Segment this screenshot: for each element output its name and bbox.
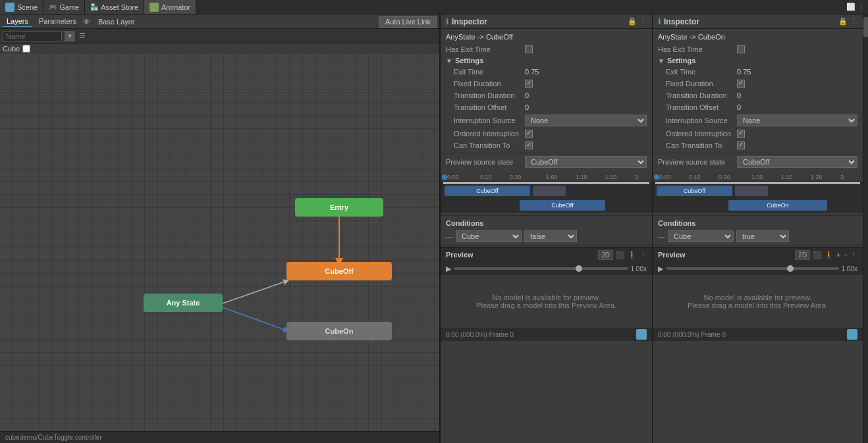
lock-icon-right[interactable]: 🔒 — [838, 17, 848, 26]
node-cubeoff[interactable]: CubeOff — [286, 262, 392, 280]
track-cubeoff1-right: CubeOff — [657, 186, 732, 196]
ruler-100-left: 1:00 — [546, 174, 558, 180]
lock-icon-left[interactable]: 🔒 — [628, 17, 637, 26]
preview-menu-right[interactable]: ⋮ — [850, 251, 857, 259]
menu-icon2[interactable]: ☰ — [79, 32, 86, 40]
name-input[interactable] — [3, 31, 62, 41]
track-cubeoff1-left: CubeOff — [445, 186, 530, 196]
menu-icon-left[interactable]: ⋮ — [639, 17, 647, 26]
main-content: Layers Parameters 👁 Base Layer Auto Live… — [0, 14, 868, 443]
node-entry[interactable]: Entry — [295, 198, 383, 217]
preview-minus-right[interactable]: − — [844, 251, 848, 259]
node-anystate[interactable]: Any State — [144, 294, 223, 312]
inspector-header-right: ℹ Inspector 🔒 ⋮ — [653, 14, 863, 29]
condition-remove-right[interactable]: — — [658, 232, 665, 240]
settings-arrow-left[interactable]: ▼ — [446, 57, 452, 65]
preview-slider-thumb-left — [576, 265, 582, 272]
has-exit-time-checkbox-left[interactable] — [525, 45, 533, 53]
preview-icon1-left[interactable]: ⬛ — [616, 251, 625, 259]
ruler-120-left: 1:20 — [605, 174, 617, 180]
scrollbar-right[interactable] — [863, 14, 868, 443]
preview-controls-left: 2D ⬛ 🚶 ⋮ — [598, 250, 647, 260]
tab-controls: ⬜ ⋮ — [844, 0, 868, 14]
ordered-interruption-checkbox-left[interactable] — [525, 130, 533, 138]
settings-arrow-right[interactable]: ▼ — [658, 57, 665, 65]
conditions-header-left: Conditions — [441, 217, 652, 229]
ruler-110-left: 1:10 — [576, 174, 587, 180]
transition-offset-value-left: 0 — [525, 103, 647, 111]
condition-remove-left[interactable]: — — [446, 232, 453, 240]
animator-toolbar: Layers Parameters 👁 Base Layer Auto Live… — [0, 14, 439, 29]
preview-plus-right[interactable]: + — [836, 251, 840, 259]
tab-game[interactable]: 🎮 Game — [43, 0, 85, 14]
status-bar: cubedemo/CubeToggle.controller — [0, 431, 439, 443]
preview-2d-left[interactable]: 2D — [598, 250, 613, 260]
animator-canvas[interactable]: Entry CubeOff CubeOn Any State — [0, 54, 439, 431]
play-button-right[interactable]: ▶ — [658, 265, 663, 273]
layers-tab[interactable]: Layers — [3, 16, 32, 27]
menu-icon-right[interactable]: ⋮ — [850, 17, 857, 26]
inspector-content-left: AnyState -> CubeOff Has Exit Time ▼ Sett… — [441, 29, 652, 443]
cube-checkbox[interactable] — [22, 45, 30, 53]
has-exit-time-checkbox-right[interactable] — [737, 45, 745, 53]
transition-offset-row-left: Transition Offset 0 — [441, 101, 652, 113]
timeline-tracks-right: CubeOff CubeOn — [653, 184, 863, 213]
preview-menu-left[interactable]: ⋮ — [639, 251, 647, 259]
add-layer-button[interactable]: + — [65, 31, 75, 41]
inspector-header-left: ℹ Inspector 🔒 ⋮ — [441, 14, 652, 29]
exit-time-value-left: 0.75 — [525, 68, 647, 76]
parameters-tab[interactable]: Parameters — [35, 16, 80, 27]
node-cubeon[interactable]: CubeOn — [286, 322, 392, 340]
source-state-dropdown-right[interactable]: CubeOff — [737, 156, 857, 168]
ruler-200-right: 2: — [840, 174, 846, 180]
interruption-source-dropdown-left[interactable]: None — [525, 115, 647, 126]
preview-icon1-right[interactable]: ⬛ — [813, 251, 822, 259]
ruler-100-right: 1:00 — [751, 174, 763, 180]
eye-icon[interactable]: 👁 — [83, 18, 90, 26]
condition-param-dropdown-left[interactable]: Cube — [456, 230, 522, 242]
fixed-duration-checkbox-left[interactable] — [525, 80, 533, 88]
source-state-dropdown-left[interactable]: CubeOff — [525, 156, 647, 168]
can-transition-checkbox-left[interactable] — [525, 142, 533, 149]
transition-title-left: AnyState -> CubeOff — [441, 32, 652, 43]
tab-asset[interactable]: 🏪 Asset Store — [85, 0, 144, 14]
interruption-source-dropdown-right[interactable]: None — [737, 115, 857, 126]
cube-item: Cube — [0, 43, 439, 54]
tab-scene[interactable]: Scene — [0, 0, 43, 14]
exit-time-row-right: Exit Time 0.75 — [653, 66, 863, 78]
preview-slider-left[interactable] — [454, 267, 628, 270]
preview-slider-right[interactable] — [666, 267, 839, 270]
ordered-interruption-checkbox-right[interactable] — [737, 130, 745, 138]
track-cubeon-right: CubeOn — [728, 200, 827, 211]
has-exit-time-row-right: Has Exit Time — [653, 43, 863, 55]
condition-value-dropdown-right[interactable]: true false — [736, 230, 789, 242]
fixed-duration-checkbox-right[interactable] — [737, 80, 745, 88]
preview-frame-left: 0:00 (000.0%) Frame 0 — [446, 331, 514, 338]
can-transition-checkbox-right[interactable] — [737, 142, 745, 149]
fixed-duration-row-right: Fixed Duration — [653, 78, 863, 90]
timeline-ruler-left: 0:00 0:10 0:20 1:00 1:10 1:20 2: — [441, 172, 652, 182]
timeline-track1-right: CubeOff — [653, 184, 863, 198]
ordered-interruption-row-left: Ordered Interruption — [441, 128, 652, 140]
timeline-track1-left: CubeOff — [441, 184, 652, 198]
transition-duration-label-left: Transition Duration — [446, 91, 525, 99]
inspector-panels: ℹ Inspector 🔒 ⋮ AnyState -> CubeOff Has … — [440, 14, 868, 443]
scrollbar-thumb — [863, 17, 868, 37]
preview-canvas-right[interactable]: No model is available for preview. Pleas… — [653, 275, 863, 328]
timeline-ruler-right: 0:00 0:10 0:20 1:00 1:10 1:20 2: — [653, 172, 863, 182]
auto-live-button[interactable]: Auto Live Link — [379, 16, 437, 28]
interruption-source-label-right: Interruption Source — [658, 117, 737, 124]
preview-2d-right[interactable]: 2D — [795, 250, 810, 260]
preview-icon2-left[interactable]: 🚶 — [628, 251, 637, 259]
preview-icon2-right[interactable]: 🚶 — [825, 251, 834, 259]
preview-canvas-left[interactable]: No model is available for preview. Pleas… — [441, 275, 652, 328]
menu-icon[interactable]: ⋮ — [858, 3, 865, 11]
ruler-10-right: 0:10 — [689, 174, 701, 180]
play-button-left[interactable]: ▶ — [446, 265, 451, 273]
maximize-icon[interactable]: ⬜ — [846, 3, 855, 11]
condition-param-dropdown-right[interactable]: Cube — [668, 230, 734, 242]
timeline-track2-left: CubeOff — [441, 198, 652, 213]
condition-value-dropdown-left[interactable]: false true — [524, 230, 577, 242]
tab-animator[interactable]: Animator — [144, 0, 196, 14]
settings-title-right: Settings — [667, 57, 695, 65]
